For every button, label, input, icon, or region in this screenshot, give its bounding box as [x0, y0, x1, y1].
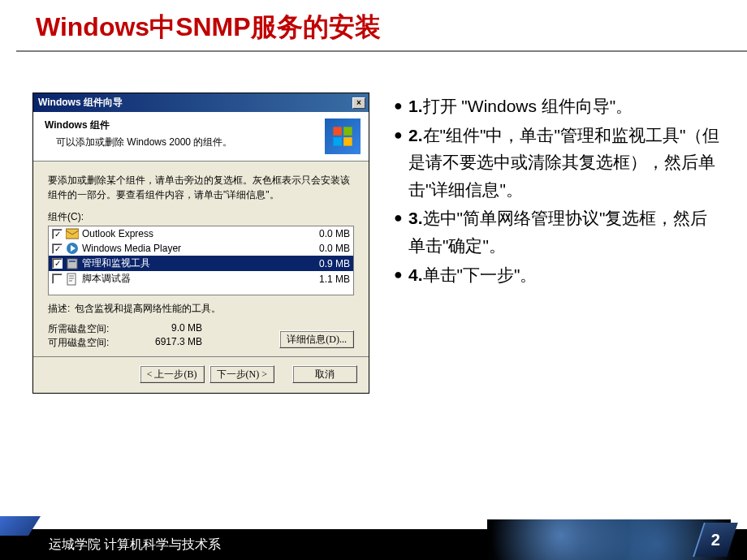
component-name: 管理和监视工具	[82, 256, 316, 270]
description-text: 包含监视和提高网络性能的工具。	[75, 302, 354, 316]
details-button[interactable]: 详细信息(D)...	[279, 330, 354, 348]
component-list[interactable]: ✓ Outlook Express 0.0 MB ✓ Windows Media…	[48, 226, 354, 295]
component-size: 1.1 MB	[319, 274, 350, 285]
instructions: ● 1.打开 "Windows 组件向导"。 ● 2.在"组件"中，单击"管理和…	[369, 93, 723, 394]
component-row[interactable]: 脚本调试器 1.1 MB	[49, 271, 353, 286]
space-required-label: 所需磁盘空间:	[48, 322, 129, 336]
wizard-window-title: Windows 组件向导	[38, 96, 352, 110]
windows-logo-icon	[325, 118, 361, 154]
slide-title: Windows中SNMP服务的安装	[0, 0, 747, 50]
wizard-window: Windows 组件向导 × Windows 组件 可以添加或删除 Window…	[32, 93, 369, 394]
app-icon	[66, 273, 79, 286]
component-row[interactable]: ✓ Outlook Express 0.0 MB	[49, 226, 353, 241]
svg-rect-1	[343, 127, 352, 136]
checkbox-icon[interactable]: ✓	[52, 258, 63, 269]
checkbox-icon[interactable]: ✓	[52, 229, 63, 239]
bullet-icon: ●	[394, 93, 408, 120]
next-button[interactable]: 下一步(N) >	[209, 365, 274, 383]
slide-footer: 运城学院 计算机科学与技术系 2	[0, 519, 747, 560]
svg-rect-6	[67, 259, 77, 269]
app-icon	[66, 242, 79, 255]
component-size: 0.0 MB	[319, 228, 350, 239]
bullet-icon: ●	[394, 205, 408, 259]
space-required-value: 9.0 MB	[129, 322, 202, 336]
content-area: Windows 组件向导 × Windows 组件 可以添加或删除 Window…	[0, 52, 747, 394]
wizard-instruction: 要添加或删除某个组件，请单击旁边的复选框。灰色框表示只会安装该组件的一部分。要查…	[48, 173, 354, 202]
component-name: 脚本调试器	[82, 272, 316, 286]
svg-rect-0	[333, 127, 342, 136]
component-name: Outlook Express	[82, 228, 316, 239]
back-button[interactable]: < 上一步(B)	[140, 365, 205, 383]
app-icon	[66, 227, 79, 240]
svg-rect-4	[66, 229, 79, 239]
component-size: 0.9 MB	[319, 258, 350, 269]
app-icon	[66, 257, 79, 270]
svg-rect-3	[343, 137, 352, 146]
svg-rect-7	[69, 261, 76, 262]
component-row[interactable]: ✓ Windows Media Player 0.0 MB	[49, 241, 353, 256]
cancel-button[interactable]: 取消	[292, 365, 357, 383]
checkbox-icon[interactable]: ✓	[52, 243, 63, 254]
wizard-body: 要添加或删除某个组件，请单击旁边的复选框。灰色框表示只会安装该组件的一部分。要查…	[33, 162, 369, 356]
wizard-titlebar: Windows 组件向导 ×	[33, 93, 369, 112]
footer-org: 运城学院 计算机科学与技术系	[49, 536, 221, 554]
component-name: Windows Media Player	[82, 243, 316, 254]
bullet-icon: ●	[394, 261, 408, 289]
bullet-icon: ●	[394, 122, 408, 204]
step-1: ● 1.打开 "Windows 组件向导"。	[394, 93, 723, 120]
step-2: ● 2.在"组件"中，单击"管理和监视工具"（但是请不要选中或清除其复选框），然…	[394, 122, 723, 204]
page-number: 2	[711, 531, 720, 549]
step-4: ● 4.单击"下一步"。	[394, 261, 723, 289]
svg-rect-2	[333, 137, 342, 146]
close-icon[interactable]: ×	[352, 97, 365, 109]
description-label: 描述:	[48, 302, 70, 316]
svg-rect-8	[67, 274, 76, 285]
component-list-label: 组件(C):	[48, 210, 354, 224]
wizard-footer: < 上一步(B) 下一步(N) > 取消	[33, 356, 369, 393]
wizard-header-title: Windows 组件	[45, 118, 325, 132]
wizard-header-subtitle: 可以添加或删除 Windows 2000 的组件。	[45, 136, 325, 149]
space-available-value: 6917.3 MB	[129, 336, 202, 350]
component-size: 0.0 MB	[319, 243, 350, 254]
wizard-header: Windows 组件 可以添加或删除 Windows 2000 的组件。	[33, 112, 369, 162]
component-row-selected[interactable]: ✓ 管理和监视工具 0.9 MB	[49, 256, 353, 271]
space-available-label: 可用磁盘空间:	[48, 336, 129, 350]
step-3: ● 3.选中"简单网络管理协议"复选框，然后单击"确定"。	[394, 205, 723, 259]
checkbox-icon[interactable]	[52, 274, 63, 284]
